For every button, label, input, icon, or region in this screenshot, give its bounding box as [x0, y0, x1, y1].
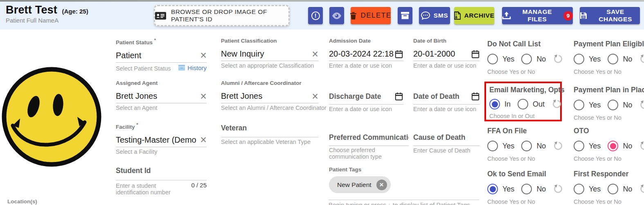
- radio-option-label[interactable]: No: [536, 185, 546, 194]
- undo-icon[interactable]: [639, 141, 644, 151]
- preferred-communication-select[interactable]: Preferred Communication...: [329, 133, 409, 146]
- radio-option-label[interactable]: No: [536, 142, 546, 150]
- discharge-date-input[interactable]: Discharge Date: [329, 92, 403, 105]
- ppe-yes-radio[interactable]: [574, 54, 584, 64]
- patient-name: Brett Test: [6, 4, 57, 16]
- clear-icon[interactable]: ×: [200, 51, 207, 59]
- save-changes-button[interactable]: SAVE CHANGES: [580, 7, 640, 24]
- radio-option-label[interactable]: No: [623, 185, 632, 194]
- first-responder-yes-radio[interactable]: [574, 184, 584, 194]
- assigned-agent-hint: Select an Agent: [116, 105, 207, 111]
- radio-option-label[interactable]: No: [536, 55, 546, 64]
- archive-button[interactable]: ARCHIVE: [454, 7, 494, 24]
- patient-classification-select[interactable]: New Inquiry ×: [221, 49, 318, 61]
- do-not-call-no-radio[interactable]: [521, 54, 532, 64]
- clear-icon[interactable]: ×: [312, 92, 318, 100]
- manage-files-button[interactable]: MANAGE FILES 9: [502, 7, 573, 24]
- patient-tags-input[interactable]: [329, 200, 479, 200]
- undo-icon[interactable]: [553, 54, 563, 64]
- calendar-icon[interactable]: [471, 92, 480, 101]
- radio-option-label[interactable]: No: [623, 142, 632, 150]
- undo-icon[interactable]: [639, 100, 644, 110]
- undo-icon[interactable]: [639, 184, 644, 194]
- assigned-agent-value[interactable]: Brett Jones: [116, 91, 198, 101]
- toggle-hint: Choose Yes or No: [574, 68, 644, 75]
- radio-option-label[interactable]: Yes: [589, 185, 601, 194]
- patient-status-label: Patient Status: [116, 39, 153, 46]
- upload-icon: [502, 11, 511, 20]
- undo-icon[interactable]: [553, 141, 563, 151]
- browse-id-image-dropzone[interactable]: BROWSE OR DROP IMAGE OF PATIENT'S ID: [154, 5, 290, 26]
- undo-icon[interactable]: [552, 99, 561, 109]
- radio-option-label[interactable]: Yes: [502, 185, 514, 194]
- radio-option-label[interactable]: Yes: [589, 55, 601, 64]
- cause-of-death-input[interactable]: Cause of Death: [413, 133, 480, 146]
- email-marketing-in-radio[interactable]: [489, 99, 500, 109]
- patient-classification-field: Patient Classification New Inquiry × Sel…: [221, 38, 318, 69]
- ffa-on-file-label: FFA On File: [487, 127, 563, 135]
- assigned-agent-select[interactable]: Brett Jones ×: [116, 91, 207, 103]
- view-button[interactable]: [329, 7, 344, 24]
- patient-status-value[interactable]: Patient: [116, 51, 198, 60]
- patient-name-caption: Patient Full NameA: [6, 17, 88, 24]
- do-not-call-yes-radio[interactable]: [487, 54, 498, 64]
- radio-option-label[interactable]: Yes: [502, 142, 514, 150]
- calendar-icon[interactable]: [394, 92, 403, 101]
- date-of-death-label: Date of Death: [413, 92, 459, 101]
- ok-email-yes-radio[interactable]: [487, 184, 498, 194]
- radio-option-label[interactable]: Yes: [589, 142, 601, 150]
- clear-icon[interactable]: ×: [200, 136, 207, 144]
- date-of-birth-value[interactable]: 20-01-2000: [413, 49, 471, 59]
- radio-option-label[interactable]: No: [623, 101, 632, 109]
- archive-box-button[interactable]: [398, 7, 412, 24]
- calendar-icon[interactable]: [471, 50, 480, 59]
- first-responder-no-radio[interactable]: [608, 184, 618, 194]
- radio-option-label[interactable]: Yes: [502, 55, 514, 64]
- ffa-yes-radio[interactable]: [487, 141, 498, 151]
- alert-button[interactable]: !: [308, 7, 323, 24]
- discharge-date-label: Discharge Date: [329, 92, 381, 101]
- ppip-no-radio[interactable]: [608, 100, 618, 110]
- alumni-coordinator-value[interactable]: Brett Jones: [221, 91, 309, 101]
- ok-email-no-radio[interactable]: [521, 184, 532, 194]
- veteran-select[interactable]: Veteran: [221, 124, 318, 137]
- email-marketing-highlight-box: Email Marketing, Opts In Out Choose In o…: [484, 82, 562, 121]
- date-of-death-field: Date of Death Enter a date or use icon: [413, 92, 480, 112]
- undo-icon[interactable]: [639, 54, 644, 64]
- date-of-death-input[interactable]: Date of Death: [413, 92, 480, 105]
- admission-date-label: Admission Date: [329, 38, 403, 44]
- status-history-link[interactable]: History: [178, 64, 207, 71]
- date-of-birth-label: Date of Birth: [413, 38, 480, 44]
- student-id-input[interactable]: Student Id: [116, 166, 207, 180]
- patient-classification-value[interactable]: New Inquiry: [221, 49, 309, 59]
- date-of-birth-input[interactable]: 20-01-2000: [413, 49, 480, 61]
- do-not-call-label: Do Not Call List: [487, 40, 563, 48]
- patient-classification-hint: Select an appropriate Classification: [221, 62, 318, 69]
- ppe-no-radio[interactable]: [608, 54, 618, 64]
- facility-hint: Select a Facility: [116, 148, 207, 155]
- admission-date-value[interactable]: 20-03-2024 22:18: [329, 49, 394, 59]
- admission-date-input[interactable]: 20-03-2024 22:18: [329, 49, 403, 61]
- calendar-icon[interactable]: [394, 50, 403, 59]
- undo-icon[interactable]: [553, 184, 563, 194]
- radio-option-label[interactable]: In: [504, 100, 511, 109]
- facility-value[interactable]: Testing-Master (Demo Adole: [116, 135, 198, 145]
- alumni-coordinator-select[interactable]: Brett Jones ×: [221, 91, 318, 103]
- do-not-call-toggle: Do Not Call List Yes No Choose Yes or No: [487, 40, 563, 75]
- oto-yes-radio[interactable]: [574, 141, 584, 151]
- radio-option-label[interactable]: No: [623, 55, 632, 64]
- email-marketing-out-radio[interactable]: [518, 99, 528, 109]
- remove-tag-icon[interactable]: ×: [376, 180, 387, 190]
- clear-icon[interactable]: ×: [200, 92, 207, 100]
- ppip-yes-radio[interactable]: [574, 100, 584, 110]
- delete-button[interactable]: DELETE: [351, 7, 391, 24]
- ffa-no-radio[interactable]: [521, 141, 532, 151]
- radio-option-label[interactable]: Out: [533, 100, 545, 109]
- patient-status-select[interactable]: Patient ×: [116, 51, 207, 63]
- facility-select[interactable]: Testing-Master (Demo Adole ×: [116, 135, 207, 147]
- radio-option-label[interactable]: Yes: [589, 101, 601, 109]
- sms-button[interactable]: SMS: [419, 7, 450, 24]
- date-of-death-hint: Enter a date or use icon: [413, 106, 480, 112]
- oto-no-radio[interactable]: [608, 141, 618, 151]
- clear-icon[interactable]: ×: [312, 50, 318, 58]
